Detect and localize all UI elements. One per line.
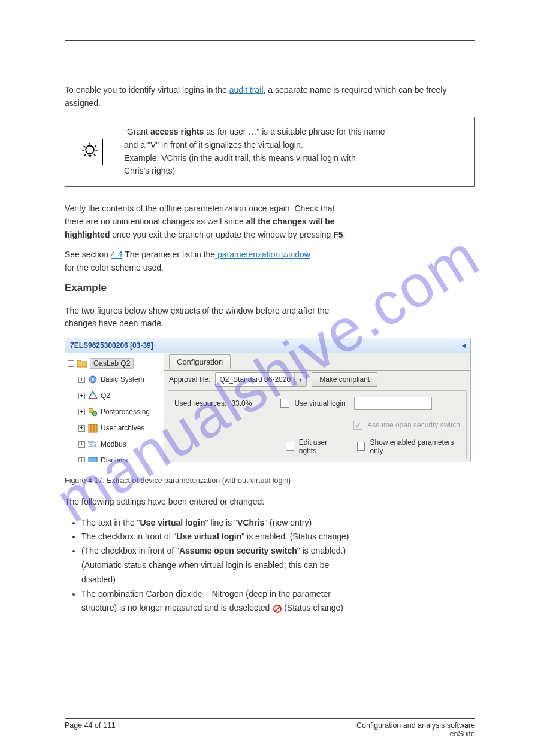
list-item: The checkbox in front of "Use virtual lo… [81,530,475,544]
edit-user-rights-checkbox[interactable] [286,442,294,451]
tab-configuration[interactable]: Configuration [169,354,231,369]
text: for the color scheme used. [65,263,164,272]
window-titlebar: 7ELS9625300206 [03-39] ◂ [65,338,470,353]
text-bold: access rights [150,127,204,136]
pane-groupbox: Used resources: 33.0% Use virtual login … [168,390,467,459]
approval-file-label: Approval file: [169,375,210,384]
tree-item-q2[interactable]: + Q2 [67,388,162,404]
expander-icon[interactable]: + [78,441,85,448]
text: The parameter list in the [123,250,216,259]
svg-rect-11 [89,457,97,462]
svg-point-2 [92,378,94,381]
tree-label: Modbus [101,440,126,448]
prism-icon [87,390,99,402]
config-pane: Configuration Approval file: Q2_Standard… [164,353,470,462]
used-resources-label: Used resources: [174,399,226,408]
show-enabled-checkbox[interactable] [357,442,365,451]
svg-text:1010: 1010 [88,444,96,447]
tree-item-modbus[interactable]: + 01011010 Modbus [67,436,162,453]
tip-box: "Grant access rights as for user …" is a… [65,117,475,187]
collapse-icon[interactable]: ◂ [462,341,466,350]
page-footer: Page 44 of 111 Configuration and analysi… [65,718,475,738]
text: as for user …" is a suitable phrase for … [204,127,385,136]
text: , a separate name is [264,85,340,95]
expander-icon[interactable]: + [78,457,85,462]
text-bold: all the changes will be [246,217,335,226]
show-enabled-label: Show enabled parameters only [370,438,460,455]
tip-icon-cell [65,117,114,186]
text: Example: VChris (in the audit trail, thi… [124,153,356,163]
make-compliant-button[interactable]: Make compliant [312,372,377,387]
text: "Grant [124,127,150,136]
intro-paragraph: To enable you to identify virtual logins… [65,84,475,110]
expander-icon[interactable]: + [78,377,85,383]
audit-trail-link[interactable]: audit trail [229,85,264,95]
tree-label: Displays [101,456,128,462]
window-title: 7ELS9625300206 [03-39] [70,341,153,350]
svg-rect-7 [92,424,94,432]
text-bold: F5 [331,230,343,239]
header-rule [65,40,475,41]
text: The two figures below show extracts of t… [65,306,329,315]
assume-open-checkbox: ✓ [353,421,362,430]
text: and a "V" in front of it signalizes the … [124,140,303,150]
chevron-down-icon[interactable]: ▾ [294,373,306,386]
tree-item-displays[interactable]: + Displays [67,453,162,462]
folder-icon [76,357,88,369]
approval-file-combo[interactable]: Q2_Standard 06-2020 ▾ [215,372,307,387]
svg-rect-6 [89,424,91,432]
tree-label: User archives [101,424,144,432]
section-link[interactable]: 4.4 [111,250,122,259]
expander-icon[interactable]: − [68,360,74,367]
edit-user-rights-label: Edit user rights [299,438,343,455]
tree-root-label: GasLab Q2 [90,358,134,369]
text: The following settings have been entered… [65,496,475,509]
paragraph-2: Verify the contents of the offline param… [65,202,475,274]
archive-icon [87,422,99,434]
combo-value: Q2_Standard 06-2020 [216,375,294,384]
expander-icon[interactable]: + [78,409,85,415]
svg-point-0 [86,145,94,154]
text: section [82,250,111,259]
text: . [343,230,346,239]
text: changes have been made. [65,318,164,328]
expander-icon[interactable]: + [78,393,85,399]
tree-panel: − GasLab Q2 + Basic System + [65,353,164,462]
text-bold: highlighted [65,230,110,239]
text: To enable you to identify virtual logins… [65,85,229,95]
use-virtual-login-label: Use virtual login [294,399,345,408]
gear-icon [87,374,99,385]
list-item: (The checkbox in front of "Assume open s… [81,544,475,587]
changes-list: The text in the "Use virtual login" line… [65,516,475,616]
virtual-login-input[interactable] [354,397,432,410]
assume-open-label: Assume open security switch [367,421,460,429]
tip-body: "Grant access rights as for user …" is a… [114,117,474,186]
tree-item-basic-system[interactable]: + Basic System [67,372,162,388]
tree-item-user-archives[interactable]: + User archives [67,420,162,436]
use-virtual-login-checkbox[interactable] [280,399,289,408]
text: Verify the contents of the offline param… [65,204,334,213]
svg-point-5 [92,411,97,416]
footer-title-1: Configuration and analysis software [356,721,475,730]
footer-title-2: enSuite [450,730,475,738]
tree-item-postprocessing[interactable]: + Postprocessing [67,404,162,420]
app-screenshot: 7ELS9625300206 [03-39] ◂ − GasLab Q2 + B [65,338,471,462]
text: once you exit the branch or update the w… [110,230,331,239]
prohibition-icon [273,605,282,613]
subsection-heading: Example [65,282,475,294]
tree-label: Postprocessing [101,408,150,416]
gears-icon [87,406,99,418]
binary-icon: 01011010 [87,438,99,450]
after-figure-paragraph: The following settings have been entered… [65,496,475,509]
param-link-2[interactable]: window [280,250,310,259]
lightbulb-icon [77,139,103,165]
list-item: The text in the "Use virtual login" line… [81,516,475,530]
tree-label: Basic System [101,375,144,384]
param-link-1[interactable]: parameterization [215,250,280,259]
monitor-icon [87,454,99,462]
text: there are no unintentional changes as we… [65,217,246,226]
expander-icon[interactable]: + [78,425,85,432]
list-item: The combination Carbon dioxide + Nitroge… [81,587,475,616]
text: Chris's rights) [124,166,175,175]
tree-root[interactable]: − GasLab Q2 [67,356,162,372]
